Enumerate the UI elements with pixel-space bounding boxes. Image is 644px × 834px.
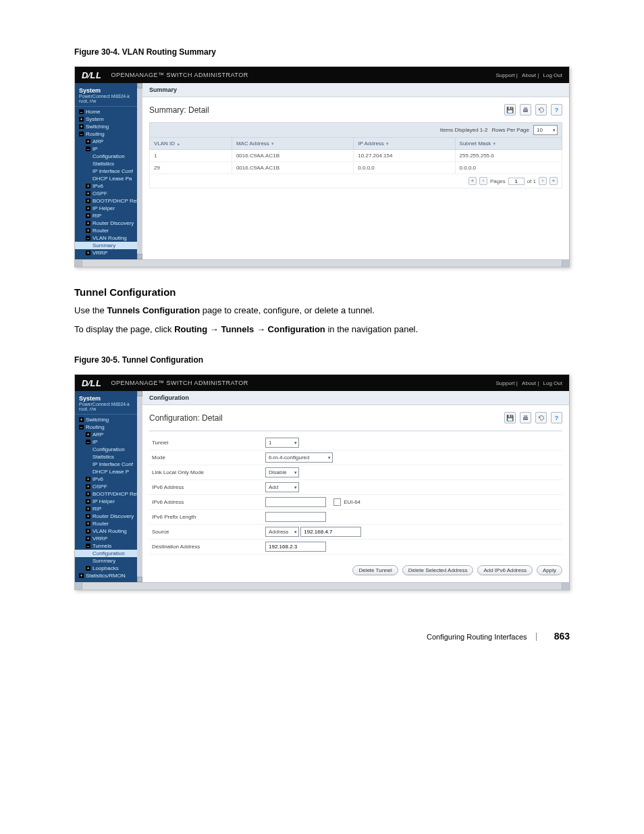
sidebar-system-label: System [75,394,142,402]
field-link-local: Link Local Only Mode Disable [149,465,562,480]
nav-arp[interactable]: +ARP [75,138,142,145]
sidebar-scrollbar[interactable] [137,391,142,582]
plus-icon: + [86,566,90,571]
help-icon[interactable]: ? [551,104,562,115]
nav-router[interactable]: +Router [75,520,142,527]
nav-ipv6[interactable]: +IPv6 [75,182,142,190]
nav-ip-dhcp[interactable]: DHCP Lease P [75,468,142,475]
nav-bootp[interactable]: +BOOTP/DHCP Relay [75,490,142,498]
nav-ip-config[interactable]: Configuration [75,446,142,453]
nav-ip-iface[interactable]: IP Interface Conf [75,167,142,175]
eui64-checkbox[interactable] [333,498,341,506]
nav-ip-dhcp[interactable]: DHCP Lease Pa [75,175,142,182]
add-ipv6-address-button[interactable]: Add IPv6 Address [477,565,533,575]
pager-prev-icon[interactable]: ‹ [479,177,487,185]
ipv6-addr-input[interactable] [265,497,326,507]
apply-button[interactable]: Apply [537,565,562,575]
link-logout[interactable]: Log Out [543,380,562,386]
destination-input[interactable] [265,542,326,552]
nav-iphelper[interactable]: +IP Helper [75,498,142,505]
bottom-scrollbar[interactable] [75,259,569,267]
nav-bootp[interactable]: +BOOTP/DHCP Relay [75,197,142,205]
nav-iphelper[interactable]: +IP Helper [75,205,142,212]
tab-configuration[interactable]: Configuration [142,391,569,405]
scroll-up-icon[interactable] [137,391,142,396]
col-mac[interactable]: MAC Address▼ [232,138,353,150]
nav-vrrp[interactable]: +VRRP [75,249,142,257]
nav-vrrp[interactable]: +VRRP [75,535,142,542]
scroll-down-icon[interactable] [137,254,142,259]
nav-routing[interactable]: –Routing [75,130,142,138]
help-icon[interactable]: ? [551,412,562,423]
nav-vlan-summary[interactable]: Summary [75,242,142,249]
bullet-icon: – [79,109,84,114]
nav-switching[interactable]: +Switching [75,416,142,423]
col-mask[interactable]: Subnet Mask▼ [455,138,562,150]
delete-selected-address-button[interactable]: Delete Selected Address [402,565,474,575]
page-of-label: of 1 [527,178,536,184]
link-about[interactable]: About [522,380,536,386]
col-ip[interactable]: IP Address▼ [354,138,455,150]
tunnel-select[interactable]: 1 [265,438,299,448]
nav-vlan-routing[interactable]: +VLAN Routing [75,527,142,535]
bottom-scrollbar[interactable] [75,582,569,590]
plus-icon: + [79,573,84,578]
nav-ip-iface[interactable]: IP Interface Conf [75,461,142,468]
vlan-summary-table: VLAN ID▲ MAC Address▼ IP Address▼ Subnet… [149,137,562,174]
sidebar-scrollbar[interactable] [137,83,142,259]
pager-first-icon[interactable]: « [468,177,477,185]
link-local-select[interactable]: Disable [265,467,299,477]
mode-select[interactable]: 6-in-4-configured [265,452,333,463]
nav-rip[interactable]: +RIP [75,212,142,219]
sidebar-system-sub: PowerConnect M8024-k root, r/w [75,402,142,415]
nav-tunnels-summary[interactable]: Summary [75,557,142,565]
scroll-down-icon[interactable] [137,577,142,582]
nav-ip-stats[interactable]: Statistics [75,453,142,461]
pager-next-icon[interactable]: › [539,177,547,185]
nav-router-disc[interactable]: +Router Discovery [75,219,142,227]
nav-stats-rmon[interactable]: +Statistics/RMON [75,572,142,579]
delete-tunnel-button[interactable]: Delete Tunnel [352,565,398,575]
link-logout[interactable]: Log Out [543,72,562,78]
save-icon[interactable]: 💾 [504,104,516,115]
print-icon[interactable]: 🖶 [520,412,531,423]
link-support[interactable]: Support [496,72,515,78]
nav-ospf[interactable]: +OSPF [75,483,142,490]
minus-icon: – [86,147,90,151]
nav-switching[interactable]: +Switching [75,123,142,130]
ipv6-addr-select[interactable]: Add [265,482,299,492]
nav-vlan-routing[interactable]: –VLAN Routing [75,234,142,242]
nav-ipv6[interactable]: +IPv6 [75,475,142,483]
scroll-up-icon[interactable] [137,83,142,88]
link-support[interactable]: Support [496,380,515,386]
prefix-input[interactable] [265,512,326,522]
rows-per-page-select[interactable]: 10 [533,125,558,135]
refresh-icon[interactable] [535,412,547,423]
pager-last-icon[interactable]: » [549,177,558,185]
print-icon[interactable]: 🖶 [520,104,531,115]
nav-rip[interactable]: +RIP [75,505,142,513]
col-vlan-id[interactable]: VLAN ID▲ [150,138,232,150]
nav-tunnels-config[interactable]: Configuration [75,550,142,557]
nav-tunnels[interactable]: –Tunnels [75,542,142,550]
link-about[interactable]: About [522,72,536,78]
nav-ip-stats[interactable]: Statistics [75,160,142,167]
nav-loopbacks[interactable]: +Loopbacks [75,565,142,572]
nav-home[interactable]: –Home [75,108,142,115]
tab-summary[interactable]: Summary [142,83,569,97]
source-address-input[interactable] [300,527,361,537]
page-input[interactable] [508,178,525,185]
nav-router[interactable]: +Router [75,227,142,234]
nav-ip-config[interactable]: Configuration [75,153,142,160]
nav-routing[interactable]: –Routing [75,423,142,431]
field-ipv6-addr: IPv6 Address Add [149,480,562,495]
source-type-select[interactable]: Address [265,527,299,537]
save-icon[interactable]: 💾 [504,412,516,423]
refresh-icon[interactable] [535,104,547,115]
nav-arp[interactable]: +ARP [75,431,142,438]
nav-ip[interactable]: –IP [75,145,142,153]
nav-router-disc[interactable]: +Router Discovery [75,513,142,520]
nav-system[interactable]: +System [75,115,142,123]
nav-ip[interactable]: –IP [75,438,142,446]
nav-ospf[interactable]: +OSPF [75,190,142,197]
